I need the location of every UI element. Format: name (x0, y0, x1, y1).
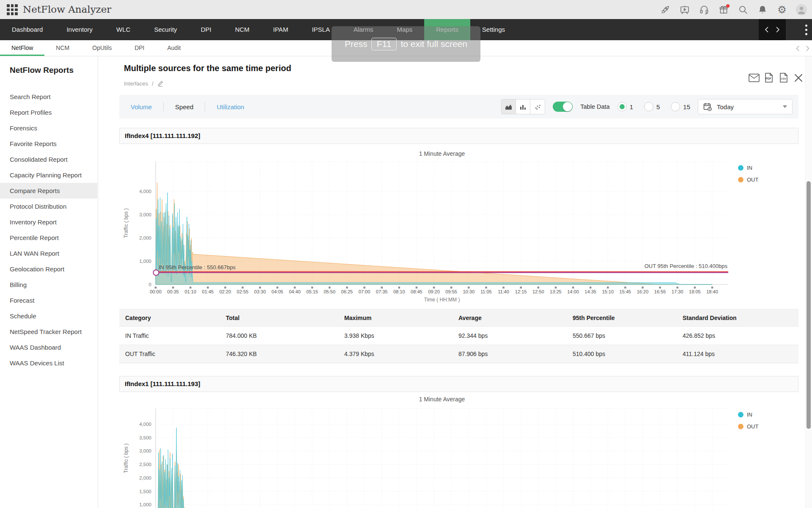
nav-item-alarms[interactable]: Alarms (342, 19, 385, 40)
svg-text:02:55: 02:55 (237, 289, 249, 294)
sidebar-item-compare-reports[interactable]: Compare Reports (0, 183, 97, 199)
svg-text:10:30: 10:30 (463, 289, 475, 294)
csv-export-icon[interactable]: CSV (778, 72, 789, 84)
svg-text:1 Minute Average: 1 Minute Average (419, 396, 465, 403)
svg-text:12:50: 12:50 (532, 289, 544, 294)
sidebar-item-consolidated-report[interactable]: Consolidated Report (0, 152, 97, 167)
breadcrumb-separator: / (152, 80, 154, 87)
svg-text:07:35: 07:35 (376, 289, 388, 294)
nav-item-security[interactable]: Security (142, 19, 189, 40)
svg-text:17:30: 17:30 (672, 289, 683, 294)
headset-icon[interactable] (699, 4, 710, 15)
sidebar-item-inventory-report[interactable]: Inventory Report (0, 214, 97, 230)
tab-speed[interactable]: Speed (164, 103, 205, 110)
tab-volume[interactable]: Volume (119, 103, 163, 110)
breadcrumb: Interfaces / (124, 80, 164, 87)
sidebar-item-waas-devices-list[interactable]: WAAS Devices List (0, 355, 97, 371)
breadcrumb-item[interactable]: Interfaces (124, 80, 148, 87)
bell-icon[interactable] (757, 4, 768, 15)
search-icon[interactable] (738, 4, 749, 15)
sidebar-item-protocol-distribution[interactable]: Protocol Distribution (0, 199, 97, 214)
sidebar-item-search-report[interactable]: Search Report (0, 89, 97, 105)
app-title: NetFlow Analyzer (23, 0, 111, 19)
svg-text:01:10: 01:10 (184, 289, 196, 294)
sidebar-item-report-profiles[interactable]: Report Profiles (0, 105, 97, 120)
sidebar-item-waas-dashboard[interactable]: WAAS Dashboard (0, 340, 97, 355)
interval-radio-1[interactable] (617, 102, 627, 111)
interval-option-15[interactable]: 15 (671, 102, 690, 111)
svg-text:Time ( HH:MM ): Time ( HH:MM ) (424, 297, 460, 303)
svg-text:07:00: 07:00 (359, 289, 370, 294)
gear-icon[interactable]: ⚙ (776, 4, 787, 15)
tab-utilization[interactable]: Utilization (205, 103, 255, 110)
svg-text:4,000: 4,000 (139, 189, 151, 194)
gift-icon[interactable] (718, 4, 729, 15)
close-icon[interactable] (793, 72, 804, 84)
nav-item-ipam[interactable]: IPAM (261, 19, 300, 40)
sidebar-item-forecast[interactable]: Forecast (0, 293, 97, 308)
area-chart-icon[interactable] (502, 99, 516, 114)
nav-item-wlc[interactable]: WLC (104, 19, 142, 40)
table-data-toggle[interactable] (553, 102, 573, 112)
svg-text:1,000: 1,000 (139, 502, 151, 507)
nav-item-dpi[interactable]: DPI (189, 19, 223, 40)
sidebar-item-percentile-report[interactable]: Percentile Report (0, 230, 97, 246)
svg-text:08:10: 08:10 (393, 289, 405, 294)
svg-text:06:25: 06:25 (341, 289, 353, 294)
chevron-right-icon[interactable] (806, 45, 809, 52)
interval-radio-5[interactable] (644, 102, 653, 111)
legend-item-in: IN (738, 165, 758, 171)
scatter-chart-icon[interactable] (530, 99, 545, 114)
nav-item-ipsla[interactable]: IPSLA (300, 19, 342, 40)
sidebar-item-lan-wan-report[interactable]: LAN WAN Report (0, 246, 97, 261)
nav-item-inventory[interactable]: Inventory (55, 19, 104, 40)
date-range-picker[interactable]: Today (698, 99, 793, 114)
subnav-item-oputils[interactable]: OpUtils (81, 40, 123, 56)
chevron-left-icon[interactable] (796, 45, 800, 52)
subnav-item-netflow[interactable]: NetFlow (0, 40, 44, 56)
chevron-left-icon[interactable] (765, 26, 769, 33)
calendar-icon (703, 102, 712, 111)
table-cell: 784.000 KB (220, 327, 338, 345)
legend-label: OUT (747, 177, 758, 183)
nav-item-dashboard[interactable]: Dashboard (0, 19, 55, 40)
svg-text:CSV: CSV (781, 77, 786, 80)
subnav-item-dpi[interactable]: DPI (123, 40, 156, 56)
more-menu-icon[interactable] (800, 19, 812, 40)
subnav-item-ncm[interactable]: NCM (44, 40, 81, 56)
interval-label: 15 (683, 103, 690, 110)
svg-text:1,500: 1,500 (139, 489, 151, 494)
sidebar-item-schedule[interactable]: Schedule (0, 308, 97, 324)
subnav-list: NetFlowNCMOpUtilsDPIAudit (0, 40, 812, 56)
edit-pencil-icon[interactable] (157, 80, 164, 87)
svg-text:3,500: 3,500 (139, 435, 151, 440)
scrollbar-track[interactable] (805, 56, 812, 508)
sidebar-item-capacity-planning-report[interactable]: Capacity Planning Report (0, 167, 97, 183)
rocket-icon[interactable] (660, 4, 671, 15)
pdf-export-icon[interactable]: PDF (763, 72, 774, 84)
nav-item-settings[interactable]: Settings (470, 19, 517, 40)
bar-chart-icon[interactable] (516, 99, 530, 114)
sidebar-item-forensics[interactable]: Forensics (0, 120, 97, 136)
table-cell: 510.400 bps (567, 345, 677, 363)
nav-item-reports[interactable]: Reports (424, 19, 470, 40)
subnav-item-audit[interactable]: Audit (156, 40, 192, 56)
email-icon[interactable] (749, 72, 760, 84)
sidebar-item-billing[interactable]: Billing (0, 277, 97, 293)
apps-grid-icon[interactable] (7, 4, 18, 15)
svg-text:05:15: 05:15 (306, 289, 318, 294)
table-cell: 746.320 KB (220, 345, 338, 363)
avatar[interactable] (796, 4, 807, 15)
svg-text:00:00: 00:00 (150, 289, 162, 294)
sidebar-item-netspeed-tracker-report[interactable]: NetSpeed Tracker Report (0, 324, 97, 340)
chevron-right-icon[interactable] (776, 26, 780, 33)
presentation-icon[interactable] (679, 4, 690, 15)
interval-radio-15[interactable] (671, 102, 680, 111)
interval-option-5[interactable]: 5 (644, 102, 660, 111)
nav-item-ncm[interactable]: NCM (223, 19, 261, 40)
scrollbar-thumb[interactable] (807, 181, 811, 429)
nav-item-maps[interactable]: Maps (385, 19, 425, 40)
sidebar-item-geolocation-report[interactable]: Geolocation Report (0, 261, 97, 277)
sidebar-item-favorite-reports[interactable]: Favorite Reports (0, 136, 97, 152)
interval-option-1[interactable]: 1 (617, 102, 633, 111)
